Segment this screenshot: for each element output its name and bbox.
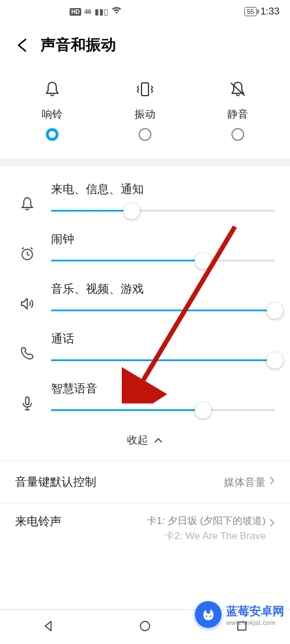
back-icon[interactable]: [14, 37, 30, 53]
title-bar: 声音和振动: [0, 23, 290, 72]
slider-row-call: 通话: [15, 316, 275, 366]
slider-thumb-icon[interactable]: [267, 352, 283, 369]
speaker-icon: [15, 292, 39, 316]
ringtone-card1: 卡1: 夕日坂 (夕阳下的坡道): [61, 514, 266, 529]
slider-label: 来电、信息、通知: [51, 181, 275, 197]
slider-row-ai-voice: 智慧语音: [15, 366, 275, 416]
hd-badge-icon: HD: [70, 8, 81, 16]
bell-icon: [15, 192, 39, 216]
sound-mode-selector: 响铃 振动 静音: [0, 72, 290, 158]
volume-sliders: 来电、信息、通知 闹钟 音乐、视频、游戏: [0, 166, 290, 461]
nav-home-icon[interactable]: [138, 619, 152, 635]
slider-row-media: 音乐、视频、游戏: [15, 266, 275, 316]
slider-thumb-icon[interactable]: [267, 303, 283, 319]
row-label: 来电铃声: [15, 514, 61, 529]
radio-icon: [139, 128, 151, 141]
ringtone-card2: 卡2: We Are The Brave: [61, 529, 266, 544]
slider-label: 音乐、视频、游戏: [51, 281, 275, 297]
mode-label: 响铃: [42, 107, 63, 121]
battery-icon: 55: [244, 7, 257, 16]
chevron-right-icon: [269, 518, 275, 530]
section-divider: [0, 158, 290, 166]
slider-media[interactable]: [51, 310, 275, 311]
nav-back-icon[interactable]: [41, 619, 55, 635]
slider-ringtone[interactable]: [51, 210, 275, 212]
svg-rect-5: [238, 622, 246, 630]
mode-label: 静音: [227, 107, 248, 121]
chevron-right-icon: [269, 476, 275, 488]
page-title: 声音和振动: [41, 35, 116, 55]
slider-ai-voice[interactable]: [51, 409, 275, 411]
collapse-label: 收起: [127, 433, 148, 447]
clock-time: 1:33: [260, 6, 280, 17]
radio-selected-icon: [46, 128, 59, 141]
collapse-button[interactable]: 收起: [15, 416, 275, 461]
row-label: 音量键默认控制: [15, 474, 96, 490]
slider-thumb-icon[interactable]: [195, 253, 211, 269]
slider-row-ringtone: 来电、信息、通知: [15, 166, 275, 216]
slider-call[interactable]: [51, 359, 275, 361]
row-value: 媒体音量: [224, 475, 266, 489]
bell-mute-icon: [228, 78, 248, 100]
slider-thumb-icon[interactable]: [195, 402, 211, 419]
chevron-up-icon: [154, 434, 163, 446]
mode-label: 振动: [135, 107, 155, 121]
radio-icon: [231, 128, 244, 141]
signal-icon: ▮▮▯: [95, 7, 108, 16]
bell-icon: [43, 78, 61, 100]
mode-vibrate[interactable]: 振动: [110, 78, 180, 141]
alarm-clock-icon: [15, 242, 39, 266]
network-type: 46: [84, 8, 91, 15]
slider-label: 通话: [51, 331, 275, 347]
slider-row-alarm: 闹钟: [15, 216, 275, 266]
vibrate-icon: [135, 78, 155, 100]
mode-ring[interactable]: 响铃: [17, 78, 87, 141]
phone-icon: [15, 341, 39, 366]
nav-recent-icon[interactable]: [235, 619, 249, 635]
svg-rect-0: [142, 83, 148, 96]
slider-alarm[interactable]: [51, 260, 275, 261]
mode-mute[interactable]: 静音: [203, 78, 273, 141]
status-bar: HD 46 ▮▮▯ 55 1:33: [0, 0, 290, 23]
svg-rect-3: [26, 397, 29, 405]
wifi-icon: [111, 6, 122, 17]
slider-label: 闹钟: [51, 231, 275, 247]
row-ringtone[interactable]: 来电铃声 卡1: 夕日坂 (夕阳下的坡道) 卡2: We Are The Bra…: [0, 503, 290, 549]
navigation-bar: [0, 609, 290, 644]
microphone-icon: [15, 391, 39, 416]
slider-label: 智慧语音: [51, 381, 275, 396]
slider-thumb-icon[interactable]: [124, 203, 140, 219]
row-volume-key-default[interactable]: 音量键默认控制 媒体音量: [0, 461, 290, 503]
svg-point-4: [140, 621, 150, 631]
